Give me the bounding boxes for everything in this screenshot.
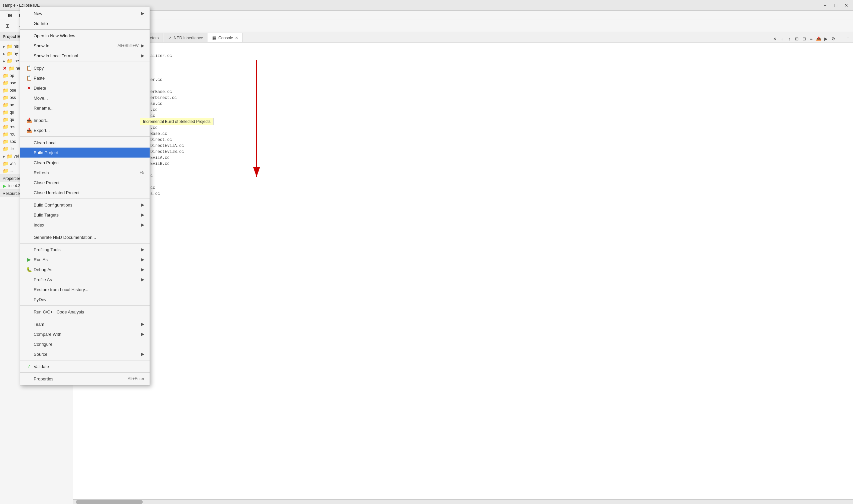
ctx-properties[interactable]: Properties Alt+Enter <box>20 374 149 384</box>
tab-toolbar-down[interactable]: ↓ <box>778 35 786 42</box>
ctx-clean-local[interactable]: Clean Local <box>20 138 149 148</box>
tree-label: win <box>10 161 16 166</box>
context-menu: New ▶ Go Into Open in New Window Show In… <box>20 7 150 385</box>
folder-icon: 📁 <box>3 102 8 108</box>
editor-line-3: ons/generic/IpvxTrafGen.cc <box>76 71 850 77</box>
editor-line-5: ons/generic/IpvxTrafSink.cc <box>76 83 850 89</box>
console-header: [inet4.3] <box>73 43 853 50</box>
folder-icon: 📁 <box>7 58 12 64</box>
tab-toolbar-settings[interactable]: ⚙ <box>830 35 837 42</box>
tree-label: pe <box>10 103 14 107</box>
ctx-validate[interactable]: ✓ Validate <box>20 361 149 372</box>
ctx-new[interactable]: New ▶ <box>20 8 149 18</box>
ctx-open-new-window[interactable]: Open in New Window <box>20 31 149 41</box>
ctx-source[interactable]: Source ▶ <box>20 349 149 359</box>
ctx-copy[interactable]: 📋 Copy <box>20 63 149 73</box>
ctx-paste-icon: 📋 <box>26 75 32 80</box>
ctx-validate-icon: ✓ <box>26 364 32 369</box>
editor-line-1: ons/ethernet/EtherAppServer.cc <box>76 59 850 65</box>
tab-toolbar-grid1[interactable]: ⊞ <box>793 35 800 42</box>
tab-ned-inheritance[interactable]: ↗ NED Inheritance <box>164 33 207 42</box>
ctx-sep-2 <box>20 61 149 62</box>
folder-icon: 📁 <box>3 146 8 151</box>
ctx-team[interactable]: Team ▶ <box>20 319 149 329</box>
tab-toolbar-maximize[interactable]: □ <box>844 35 852 42</box>
tree-label: res <box>10 125 15 129</box>
ctx-restore-history[interactable]: Restore from Local History... <box>20 285 149 294</box>
tab-toolbar-lines[interactable]: ≡ <box>808 35 815 42</box>
ctx-delete[interactable]: ✕ Delete <box>20 83 149 93</box>
ctx-gen-ned-docs[interactable]: Generate NED Documentation... <box>20 232 149 242</box>
ctx-build-project[interactable]: Build Project <box>20 148 149 158</box>
ctx-rename[interactable]: Rename... <box>20 103 149 113</box>
ctx-close-unrelated[interactable]: Close Unrelated Project <box>20 187 149 198</box>
close-button[interactable]: ✕ <box>842 1 850 9</box>
maximize-button[interactable]: □ <box>832 1 840 9</box>
ctx-paste[interactable]: 📋 Paste <box>20 73 149 83</box>
ctx-import[interactable]: 📥 Import... <box>20 115 149 125</box>
scroll-thumb[interactable] <box>76 500 143 504</box>
ctx-gointo[interactable]: Go Into <box>20 18 149 28</box>
editor-line-7: ons/httptools/browser/HttpBrowserDirect.… <box>76 95 850 101</box>
folder-icon: 📁 <box>3 139 8 144</box>
tab-toolbar-stop[interactable]: ✕ <box>771 35 778 42</box>
ctx-sep-3 <box>20 114 149 114</box>
ctx-export[interactable]: 📤 Export... <box>20 125 149 135</box>
editor-line-24: ons/packetdrill/parser.cc <box>76 197 850 203</box>
tab-toolbar-export[interactable]: 📤 <box>815 35 822 42</box>
ctx-refresh[interactable]: Refresh F5 <box>20 167 149 178</box>
ctx-clean-project[interactable]: Clean Project <box>20 158 149 167</box>
ctx-debug-icon: 🐛 <box>26 267 32 272</box>
error-icon: ✕ <box>3 66 7 71</box>
editor-line-2: ons/ethernet/EtherTrafGen.cc <box>76 65 850 71</box>
minimize-button[interactable]: − <box>821 1 829 9</box>
ctx-run-as[interactable]: ▶ Run As ▶ <box>20 254 149 265</box>
tab-console-label: Console <box>218 36 233 40</box>
ctx-index[interactable]: Index ▶ <box>20 220 149 230</box>
editor-line-21: ons/packetdrill/PacketDrill.cc <box>76 179 850 185</box>
editor-line-14: ons/httptools/server/HttpServerDirect.cc <box>76 137 850 143</box>
ctx-debug-as[interactable]: 🐛 Debug As ▶ <box>20 265 149 274</box>
folder-icon: 📁 <box>3 73 8 78</box>
ctx-new-arrow: ▶ <box>141 11 144 16</box>
tree-label: tic <box>10 147 14 151</box>
ctx-run-analysis[interactable]: Run C/C++ Code Analysis <box>20 307 149 317</box>
ctx-pydev[interactable]: PyDev <box>20 294 149 304</box>
ctx-show-local-terminal[interactable]: Show in Local Terminal ▶ <box>20 51 149 61</box>
editor-line-20: ons/netperfmeter/NetPerfMeter.cc <box>76 173 850 179</box>
horizontal-scrollbar[interactable] <box>73 499 853 504</box>
tab-console[interactable]: ▦ Console ✕ <box>208 33 243 42</box>
tab-console-close[interactable]: ✕ <box>235 36 238 40</box>
editor-line-8: ons/httptools/common/HttpNodeBase.cc <box>76 101 850 107</box>
title-bar-controls: − □ ✕ <box>821 1 850 9</box>
ctx-profiling-tools[interactable]: Profiling Tools ▶ <box>20 245 149 254</box>
ctx-show-in[interactable]: Show In Alt+Shift+W ▶ <box>20 41 149 51</box>
tab-toolbar-minimize[interactable]: — <box>837 35 844 42</box>
ctx-sep-8 <box>20 305 149 306</box>
tab-toolbar: ✕ ↓ ↑ ⊞ ⊟ ≡ 📤 ▶ ⚙ — □ <box>771 35 853 42</box>
tab-toolbar-run[interactable]: ▶ <box>822 35 830 42</box>
tab-toolbar-grid2[interactable]: ⊟ <box>800 35 808 42</box>
editor-line-0: ons/ethernet/EtherAppPacketSerializer.cc <box>76 53 850 59</box>
ctx-debug-arrow: ▶ <box>141 267 144 272</box>
editor-line-28: ons/sctpapp/SctpNatPeer.cc <box>76 221 850 227</box>
tab-toolbar-up[interactable]: ↑ <box>786 35 793 42</box>
ctx-compare-with[interactable]: Compare With ▶ <box>20 329 149 339</box>
editor-area: ⊞ Module Hierarchy ≡ NED Parameters ↗ NE… <box>73 32 853 504</box>
resource-label: Resource <box>3 191 20 196</box>
ctx-team-arrow: ▶ <box>141 322 144 326</box>
ctx-build-targets[interactable]: Build Targets ▶ <box>20 210 149 220</box>
editor-line-23: ons/packetdrill/PacketDrillUtils.cc <box>76 191 850 197</box>
ctx-build-configurations[interactable]: Build Configurations ▶ <box>20 200 149 210</box>
toolbar-home[interactable]: ⊞ <box>3 21 12 31</box>
ctx-build-config-arrow: ▶ <box>141 202 144 207</box>
ctx-move[interactable]: Move... <box>20 93 149 103</box>
editor-line-16: ons/httptools/server/HttpServerDirectEvi… <box>76 149 850 155</box>
menu-file[interactable]: File <box>3 12 15 18</box>
editor-line-25: ons/pingapp/PingApp.cc <box>76 203 850 209</box>
ctx-profile-as[interactable]: Profile As ▶ <box>20 274 149 285</box>
tree-label: hy <box>14 51 18 56</box>
ctx-close-project[interactable]: Close Project <box>20 178 149 187</box>
ctx-configure[interactable]: Configure <box>20 339 149 349</box>
tree-label: ne <box>16 66 20 71</box>
